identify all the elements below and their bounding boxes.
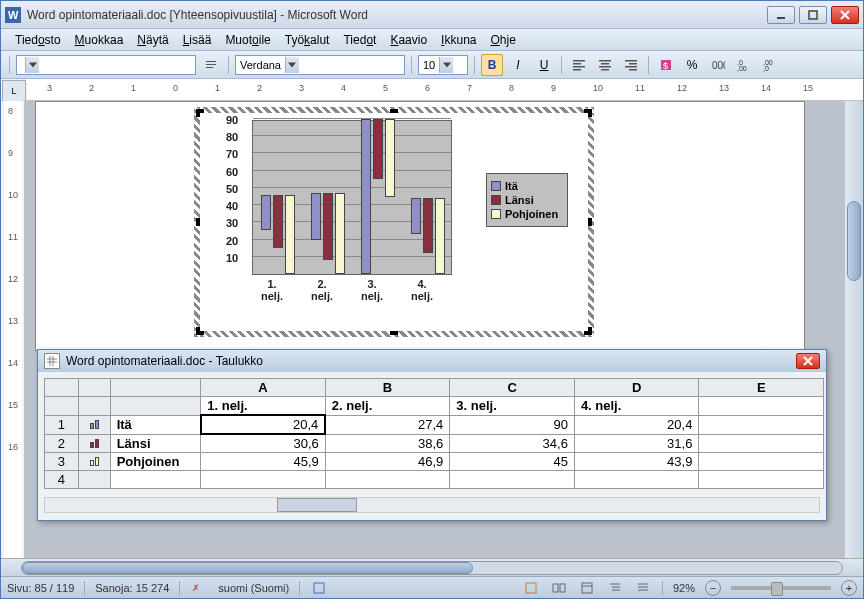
data-cell[interactable] (699, 471, 824, 489)
datasheet-close-button[interactable] (796, 353, 820, 369)
zoom-in-button[interactable]: + (841, 580, 857, 596)
data-cell[interactable] (699, 434, 824, 453)
percent-button[interactable]: % (681, 54, 703, 76)
data-cell[interactable]: 43,9 (574, 453, 699, 471)
menu-ohje[interactable]: Ohje (484, 31, 521, 49)
row-number[interactable]: 2 (45, 434, 79, 453)
chevron-down-icon[interactable] (25, 57, 39, 73)
data-cell[interactable] (325, 471, 450, 489)
row-number[interactable]: 1 (45, 415, 79, 434)
data-cell[interactable] (699, 453, 824, 471)
bar (261, 195, 271, 230)
menu-muokkaa[interactable]: Muokkaa (69, 31, 130, 49)
svg-rect-22 (625, 66, 637, 68)
menu-tiedot[interactable]: Tiedot (337, 31, 382, 49)
data-grid[interactable]: ABCDE1. nelj.2. nelj.3. nelj.4. nelj.1It… (44, 378, 824, 489)
currency-button[interactable]: $ (655, 54, 677, 76)
maximize-button[interactable] (799, 6, 827, 24)
data-cell[interactable]: 45,9 (201, 453, 326, 471)
data-cell[interactable]: 20,4 (201, 415, 326, 434)
menu-lisää[interactable]: Lisää (177, 31, 218, 49)
col-header[interactable]: B (325, 379, 450, 397)
data-cell[interactable]: 34,6 (450, 434, 575, 453)
chevron-down-icon[interactable] (285, 57, 299, 73)
datasheet-title: Word opintomateriaali.doc - Taulukko (66, 354, 796, 368)
vertical-scrollbar[interactable] (845, 101, 863, 558)
row-number[interactable]: 3 (45, 453, 79, 471)
zoom-slider[interactable] (731, 586, 831, 590)
data-cell[interactable]: 31,6 (574, 434, 699, 453)
quarter-header[interactable]: 3. nelj. (450, 397, 575, 416)
svg-rect-17 (601, 63, 609, 65)
col-header[interactable]: E (699, 379, 824, 397)
view-read-icon[interactable] (550, 579, 568, 597)
align-center-button[interactable] (594, 54, 616, 76)
col-header[interactable]: C (450, 379, 575, 397)
decrease-decimal-button[interactable]: ,00,0 (759, 54, 781, 76)
view-print-icon[interactable] (522, 579, 540, 597)
zoom-level[interactable]: 92% (673, 582, 695, 594)
menu-tiedosto[interactable]: Tiedosto (9, 31, 67, 49)
minimize-button[interactable] (767, 6, 795, 24)
col-header[interactable]: A (201, 379, 326, 397)
ruler-corner[interactable]: L (2, 80, 26, 102)
zoom-out-button[interactable]: − (705, 580, 721, 596)
spellcheck-icon[interactable]: ✗ (190, 579, 208, 597)
close-button[interactable] (831, 6, 859, 24)
svg-rect-43 (582, 583, 592, 593)
status-page[interactable]: Sivu: 85 / 119 (7, 582, 74, 594)
data-cell[interactable] (699, 415, 824, 434)
data-cell[interactable] (450, 471, 575, 489)
quarter-header[interactable] (699, 397, 824, 416)
row-number[interactable]: 4 (45, 471, 79, 489)
row-label[interactable] (110, 471, 201, 489)
align-left-button[interactable] (568, 54, 590, 76)
data-cell[interactable]: 46,9 (325, 453, 450, 471)
data-cell[interactable]: 38,6 (325, 434, 450, 453)
data-cell[interactable] (574, 471, 699, 489)
chevron-down-icon[interactable] (439, 57, 453, 73)
view-draft-icon[interactable] (634, 579, 652, 597)
comma-button[interactable]: 000 (707, 54, 729, 76)
insert-mode-icon[interactable] (310, 579, 328, 597)
row-label[interactable]: Länsi (110, 434, 201, 453)
view-web-icon[interactable] (578, 579, 596, 597)
menu-kaavio[interactable]: Kaavio (384, 31, 433, 49)
svg-text:000: 000 (712, 60, 725, 71)
style-para-button[interactable] (200, 54, 222, 76)
data-cell[interactable]: 20,4 (574, 415, 699, 434)
status-language[interactable]: suomi (Suomi) (218, 582, 289, 594)
bold-button[interactable]: B (481, 54, 503, 76)
data-cell[interactable]: 27,4 (325, 415, 450, 434)
data-cell[interactable] (201, 471, 326, 489)
data-cell[interactable]: 45 (450, 453, 575, 471)
quarter-header[interactable]: 1. nelj. (201, 397, 326, 416)
increase-decimal-button[interactable]: ,0,00 (733, 54, 755, 76)
bar (361, 119, 371, 274)
datasheet-window[interactable]: Word opintomateriaali.doc - Taulukko ABC… (37, 349, 827, 521)
style-combo[interactable] (16, 55, 196, 75)
status-words[interactable]: Sanoja: 15 274 (95, 582, 169, 594)
font-combo[interactable]: Verdana (235, 55, 405, 75)
view-outline-icon[interactable] (606, 579, 624, 597)
col-header[interactable]: D (574, 379, 699, 397)
row-color-icon (78, 453, 110, 471)
row-label[interactable]: Itä (110, 415, 201, 434)
menu-näytä[interactable]: Näytä (131, 31, 174, 49)
datasheet-hscrollbar[interactable] (44, 497, 820, 513)
menu-muotoile[interactable]: Muotoile (219, 31, 276, 49)
align-right-button[interactable] (620, 54, 642, 76)
menu-ikkuna[interactable]: Ikkuna (435, 31, 482, 49)
chart-object[interactable]: ItäLänsiPohjoinen 1020304050607080901. n… (194, 107, 594, 337)
underline-button[interactable]: U (533, 54, 555, 76)
quarter-header[interactable]: 2. nelj. (325, 397, 450, 416)
fontsize-combo[interactable]: 10 (418, 55, 468, 75)
horizontal-scrollbar[interactable] (1, 558, 863, 576)
quarter-header[interactable]: 4. nelj. (574, 397, 699, 416)
data-cell[interactable]: 90 (450, 415, 575, 434)
svg-marker-6 (29, 62, 37, 67)
italic-button[interactable]: I (507, 54, 529, 76)
row-label[interactable]: Pohjoinen (110, 453, 201, 471)
data-cell[interactable]: 30,6 (201, 434, 326, 453)
menu-työkalut[interactable]: Työkalut (279, 31, 336, 49)
